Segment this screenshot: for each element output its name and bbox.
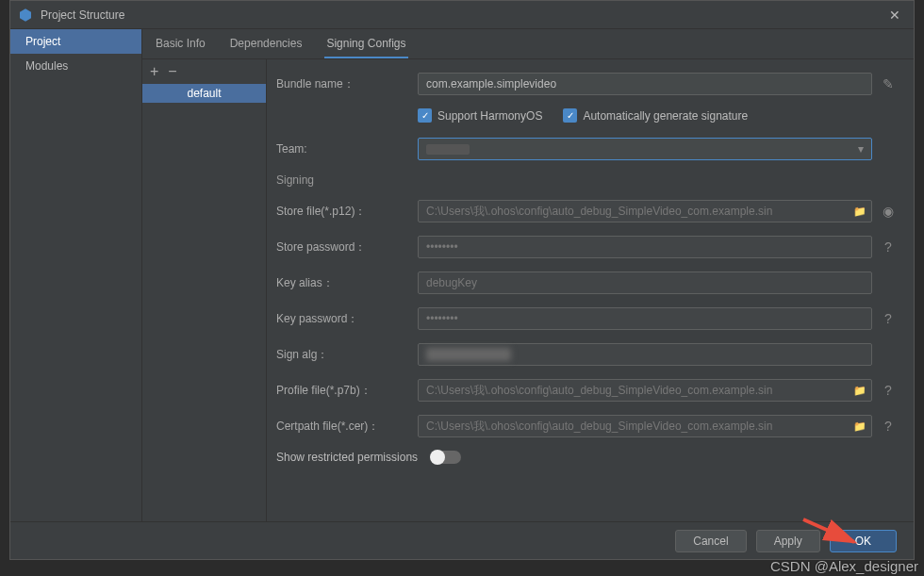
tabs: Basic Info Dependencies Signing Configs bbox=[142, 29, 914, 59]
app-icon bbox=[18, 8, 33, 23]
fingerprint-icon[interactable]: ◉ bbox=[878, 204, 899, 219]
help-icon[interactable]: ? bbox=[878, 239, 899, 255]
project-structure-dialog: Project Structure ✕ Project Modules Basi… bbox=[9, 0, 915, 560]
left-nav: Project Modules bbox=[10, 29, 142, 521]
key-password-input[interactable] bbox=[418, 307, 872, 330]
show-restricted-toggle[interactable] bbox=[431, 451, 461, 464]
key-alias-label: Key alias： bbox=[276, 275, 418, 291]
add-config-icon[interactable]: + bbox=[150, 63, 158, 80]
check-icon: ✓ bbox=[418, 108, 432, 123]
key-password-label: Key password： bbox=[276, 311, 418, 327]
certpath-file-input[interactable] bbox=[418, 415, 872, 437]
certpath-file-label: Certpath file(*.cer)： bbox=[276, 419, 418, 435]
profile-file-input[interactable] bbox=[418, 379, 872, 402]
team-label: Team: bbox=[276, 142, 418, 156]
apply-button[interactable]: Apply bbox=[756, 530, 820, 552]
store-file-input[interactable] bbox=[418, 200, 872, 222]
nav-item-project[interactable]: Project bbox=[10, 29, 141, 54]
help-icon[interactable]: ? bbox=[878, 383, 899, 398]
window-title: Project Structure bbox=[41, 8, 883, 22]
cancel-button[interactable]: Cancel bbox=[675, 530, 746, 552]
show-restricted-label: Show restricted permissions bbox=[276, 451, 418, 464]
config-item-default[interactable]: default bbox=[142, 84, 266, 103]
titlebar: Project Structure ✕ bbox=[10, 1, 914, 29]
bundle-name-input[interactable] bbox=[418, 73, 872, 95]
configs-list: + − default bbox=[142, 59, 267, 521]
signing-form: Bundle name： ✎ ✓ Support HarmonyOS ✓ Aut… bbox=[267, 59, 914, 521]
close-icon[interactable]: ✕ bbox=[883, 8, 906, 23]
support-harmonyos-checkbox[interactable]: ✓ Support HarmonyOS bbox=[418, 108, 542, 123]
tab-signing-configs[interactable]: Signing Configs bbox=[324, 30, 407, 58]
folder-icon[interactable]: 📁 bbox=[853, 420, 866, 433]
store-password-input[interactable] bbox=[418, 236, 872, 258]
watermark: CSDN @Alex_designer bbox=[770, 558, 918, 574]
bundle-name-label: Bundle name： bbox=[276, 76, 418, 92]
key-alias-input[interactable] bbox=[418, 272, 872, 294]
signing-section-header: Signing bbox=[276, 173, 899, 187]
dialog-footer: Cancel Apply OK bbox=[10, 521, 914, 559]
tab-basic-info[interactable]: Basic Info bbox=[154, 30, 207, 58]
store-password-label: Store password： bbox=[276, 239, 418, 255]
chevron-down-icon: ▾ bbox=[858, 142, 864, 156]
sign-alg-label: Sign alg： bbox=[276, 347, 418, 363]
sign-alg-input[interactable]: xxxxxxxxxx bbox=[418, 343, 872, 366]
nav-item-modules[interactable]: Modules bbox=[10, 54, 141, 78]
ok-button[interactable]: OK bbox=[830, 530, 897, 552]
help-icon[interactable]: ? bbox=[878, 311, 899, 326]
check-icon: ✓ bbox=[563, 108, 577, 123]
store-file-label: Store file(*.p12)： bbox=[276, 204, 418, 220]
team-select[interactable]: xx ▾ bbox=[418, 138, 872, 160]
remove-config-icon[interactable]: − bbox=[168, 63, 176, 80]
auto-generate-signature-checkbox[interactable]: ✓ Automatically generate signature bbox=[563, 108, 748, 123]
tab-dependencies[interactable]: Dependencies bbox=[228, 30, 305, 58]
profile-file-label: Profile file(*.p7b)： bbox=[276, 383, 418, 399]
help-icon[interactable]: ? bbox=[878, 419, 899, 434]
folder-icon[interactable]: 📁 bbox=[853, 206, 866, 218]
folder-icon[interactable]: 📁 bbox=[853, 385, 866, 397]
edit-icon[interactable]: ✎ bbox=[878, 76, 899, 91]
